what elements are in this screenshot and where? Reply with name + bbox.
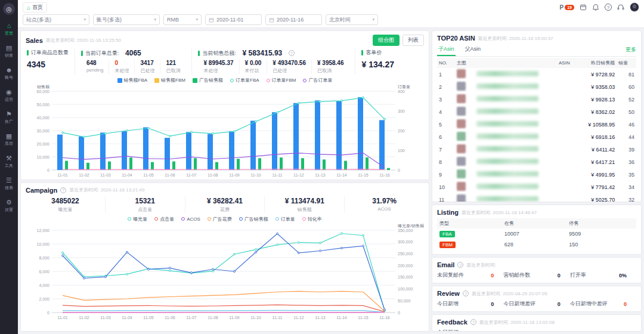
user-avatar[interactable] (630, 2, 639, 12)
more-link[interactable]: 更多 (626, 46, 636, 54)
legend-marker-icon (302, 217, 306, 221)
asin-row[interactable]: 1 ¥ 9728.92 81 (437, 68, 636, 81)
sales-legend: 销售额FBA 销售额FBM 广告销售额 (26, 77, 424, 84)
order-status-stat: 3417 已处理 (135, 60, 160, 74)
sidebar-item-icon: ⚒ (6, 155, 12, 162)
legend-item[interactable]: 点击量 (154, 216, 174, 222)
legend-item[interactable]: 广告销售额 (193, 77, 223, 84)
asin-row[interactable]: 4 ¥ 8362.02 50 (437, 106, 636, 118)
sidebar-item[interactable]: ◉ 运营 (5, 85, 13, 107)
breadcrumb[interactable]: ⌂ 首页 (23, 2, 47, 13)
legend-marker-icon (154, 217, 158, 221)
stat-value: ¥ 0.00 (245, 60, 262, 66)
notification-indicator[interactable]: P 19 (560, 4, 574, 11)
svg-text:30,000: 30,000 (37, 129, 50, 133)
sidebar-item-icon: ◉ (6, 89, 12, 95)
column-header: 停售 (569, 220, 634, 227)
sidebar-item[interactable]: ☻ 账号 (5, 63, 13, 85)
stat-value: 3417 (140, 60, 154, 66)
sales-status-stat: ¥ 89945.37 未处理 (198, 60, 239, 74)
headset-icon[interactable] (617, 4, 624, 11)
asin-row[interactable]: 8 ¥ 6417.21 36 (437, 156, 636, 168)
svg-text:11-15: 11-15 (358, 173, 368, 177)
svg-text:11-03: 11-03 (100, 173, 110, 177)
stat-label: ACOS (345, 206, 424, 212)
site-select[interactable]: 站点(多选)▾ (23, 14, 89, 25)
svg-text:11-08: 11-08 (208, 173, 218, 177)
sidebar-item[interactable]: ▤ 销量 (5, 41, 13, 63)
legend-item[interactable]: 广告花费 (208, 216, 232, 222)
legend-item[interactable]: 销售额FBM (154, 77, 185, 84)
start-date-input[interactable]: 2020-11-01 (205, 14, 262, 25)
asin-row[interactable]: 9 ¥ 4991.95 35 (437, 168, 636, 181)
sales-status-stat: ¥ 493470.56 已处理 (267, 60, 312, 74)
sales-cell: ¥ 6417.21 (572, 156, 617, 168)
bell-icon[interactable] (592, 4, 599, 11)
calendar-icon (269, 17, 274, 23)
svg-text:11-03: 11-03 (100, 316, 110, 320)
sales-stats: 订单商品总数量 4345 当前订单总量: 4065 648 pending (26, 49, 424, 74)
order-total-stat: 当前订单总量: 4065 648 pending (75, 49, 192, 74)
order-status-stat: 0 未处理 (109, 60, 135, 74)
legend-marker-icon (128, 217, 131, 221)
legend-item[interactable]: 广告订单量 (303, 77, 332, 84)
legend-item[interactable]: 曝光量 (128, 216, 147, 222)
listing-rows: FBA 10007 9509 FBM 628 150 (437, 228, 636, 250)
legend-label: 订单量FBA (236, 77, 259, 84)
app-logo-icon[interactable]: ◎ (3, 3, 15, 15)
asin-row[interactable]: 11 ¥ 5025.70 32 (437, 193, 636, 202)
stat-cell: 今日新增 0 (437, 329, 636, 332)
legend-item[interactable]: 订单量FBM (267, 77, 296, 84)
account-select[interactable]: 账号(多选)▾ (93, 14, 160, 25)
help-icon[interactable]: ? (605, 4, 612, 11)
panel-title: Review (437, 290, 460, 297)
asin-tab[interactable]: 子Asin (437, 44, 456, 56)
stat-value: ¥ 493470.56 (273, 60, 306, 66)
qty-cell: 44 (617, 131, 636, 143)
asin-redacted (476, 196, 538, 202)
rank-cell: 6 (437, 131, 455, 143)
sidebar-item[interactable]: ☰ 报表 (5, 173, 13, 195)
sidebar-item-icon: ▦ (6, 133, 12, 140)
asin-row[interactable]: 3 ¥ 9928.13 52 (437, 93, 636, 106)
asin-row[interactable]: 5 ¥ 10588.95 46 (437, 118, 636, 131)
campaign-panel: Campaign ? 最近更新时间: 2020-11-16 13:21:49 3… (20, 183, 429, 332)
listing-row: FBA 10007 9509 (437, 228, 636, 239)
asin-row[interactable]: 2 ¥ 9358.03 60 (437, 81, 636, 93)
legend-item[interactable]: 订单量FBA (230, 77, 259, 84)
sidebar-item[interactable]: ⚑ 推广 (5, 107, 13, 129)
svg-text:200: 200 (398, 129, 405, 133)
content: Sales 最近更新时间: 2020-11-16 13:25:50 组合图 列表… (18, 28, 644, 334)
sidebar-item[interactable]: ▦ 库存 (5, 129, 13, 151)
sidebar-item[interactable]: ⚙ 设置 (5, 195, 13, 217)
svg-text:0: 0 (398, 310, 400, 314)
calendar-icon[interactable] (580, 4, 587, 11)
timezone-select[interactable]: 北京时间▾ (326, 14, 378, 25)
stat-value: 0 (624, 330, 627, 332)
asin-redacted (476, 109, 538, 114)
svg-text:11-06: 11-06 (165, 173, 175, 177)
list-view-button[interactable]: 列表 (402, 35, 424, 46)
legend-item[interactable]: 广告销售额 (239, 216, 268, 222)
legend-label: 曝光量 (133, 216, 147, 222)
currency-select[interactable]: RMB▾ (163, 14, 202, 25)
end-date-input[interactable]: 2020-11-16 (265, 14, 322, 25)
sidebar-item[interactable]: ⌂ 首页 (5, 18, 13, 41)
asin-tab[interactable]: 父Asin (464, 44, 482, 56)
legend-item[interactable]: 销售额FBA (117, 77, 148, 84)
legend-item[interactable]: ACOS (181, 216, 200, 222)
svg-text:300,000: 300,000 (398, 240, 413, 244)
svg-text:350,000: 350,000 (398, 228, 413, 232)
sales-cell: ¥ 9728.92 (572, 68, 617, 81)
order-items-stat: 订单商品总数量 4345 (26, 49, 75, 74)
asin-row[interactable]: 10 ¥ 7791.42 34 (437, 181, 636, 193)
legend-marker-icon (154, 78, 159, 83)
legend-item[interactable]: 订单量 (275, 216, 295, 222)
asin-row[interactable]: 7 ¥ 6411.42 39 (437, 143, 636, 156)
combo-chart-button[interactable]: 组合图 (373, 35, 400, 46)
svg-text:11-10: 11-10 (250, 173, 261, 177)
sidebar-item[interactable]: ⚒ 工具 (5, 151, 13, 173)
stat-label: 当前订单总量: (85, 50, 119, 57)
legend-item[interactable]: 转化率 (302, 216, 322, 222)
asin-row[interactable]: 6 ¥ 6918.16 44 (437, 131, 636, 143)
